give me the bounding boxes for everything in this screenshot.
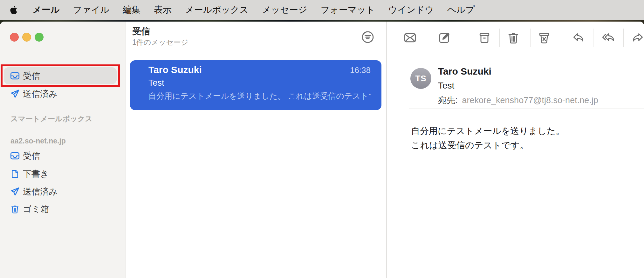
trash-icon	[10, 204, 20, 215]
sidebar-item-label: 受信	[23, 70, 40, 82]
sidebar-item-label: 下書き	[23, 168, 49, 180]
sidebar-item-inbox-favorite[interactable]: 受信	[0, 67, 126, 84]
trash-icon	[506, 31, 520, 45]
menu-bar: メール ファイル 編集 表示 メールボックス メッセージ フォーマット ウインド…	[0, 0, 644, 20]
message-sender: Taro Suzuki	[148, 64, 202, 75]
reply-all-button[interactable]	[601, 31, 615, 45]
reply-icon	[572, 31, 586, 45]
message-preview: 自分用にテストメールを送りました。 これは送受信のテストです。	[148, 91, 371, 101]
message-view-pane: TS Taro Suzuki Test 宛先:arekore_kensho77@…	[388, 22, 644, 278]
sidebar-item-label: ゴミ箱	[23, 203, 49, 215]
apple-menu[interactable]	[10, 4, 19, 16]
get-mail-button[interactable]	[403, 31, 417, 45]
sidebar-item-sent-favorite[interactable]: 送信済み	[0, 85, 126, 103]
menu-item-help[interactable]: ヘルプ	[447, 4, 475, 16]
sidebar-item-sent-account[interactable]: 送信済み	[0, 183, 126, 200]
to-label: 宛先:	[438, 96, 458, 105]
archive-icon	[477, 31, 491, 45]
archive-button[interactable]	[477, 31, 491, 45]
apple-logo-icon	[10, 5, 18, 15]
toolbar-separator	[530, 29, 531, 47]
sidebar-item-label: 受信	[23, 150, 40, 162]
sidebar-item-label: 送信済み	[23, 186, 58, 197]
message-count: 1件のメッセージ	[132, 37, 188, 47]
menu-item-message[interactable]: メッセージ	[262, 4, 307, 16]
message-list-item[interactable]: Taro Suzuki 16:38 Test 自分用にテストメールを送りました。…	[130, 60, 381, 110]
reply-all-icon	[601, 31, 615, 45]
account-section-label: aa2.so-net.ne.jp	[10, 137, 66, 145]
header-divider	[409, 109, 644, 109]
sidebar-item-trash[interactable]: ゴミ箱	[0, 201, 126, 218]
menu-item-mailbox[interactable]: メールボックス	[185, 4, 249, 16]
recipient-address[interactable]: arekore_kensho77@tj8.so-net.ne.jp	[462, 96, 598, 105]
delete-button[interactable]	[506, 31, 520, 45]
menu-item-file[interactable]: ファイル	[73, 4, 109, 16]
view-to-line: 宛先:arekore_kensho77@tj8.so-net.ne.jp	[438, 95, 598, 106]
get-mail-icon	[403, 31, 417, 45]
close-window-button[interactable]	[10, 33, 19, 42]
body-line: 自分用にテストメールを送りました。	[411, 124, 565, 138]
menu-item-format[interactable]: フォーマット	[321, 4, 375, 16]
inbox-icon	[10, 150, 20, 161]
mailbox-title: 受信	[132, 25, 150, 37]
junk-icon	[537, 31, 551, 45]
view-sender-name: Taro Suzuki	[438, 66, 491, 77]
sidebar-item-label: 送信済み	[23, 88, 58, 100]
zoom-window-button[interactable]	[35, 33, 44, 42]
draft-document-icon	[10, 169, 20, 179]
view-subject: Test	[438, 81, 454, 91]
sender-avatar: TS	[410, 68, 431, 89]
sidebar-item-inbox-account[interactable]: 受信	[0, 147, 126, 164]
smart-mailboxes-section-label: スマートメールボックス	[10, 114, 92, 124]
menu-item-view[interactable]: 表示	[154, 4, 172, 16]
toolbar-separator	[593, 29, 593, 47]
menu-item-edit[interactable]: 編集	[123, 4, 140, 16]
sidebar-item-drafts[interactable]: 下書き	[0, 165, 126, 182]
junk-button[interactable]	[537, 31, 551, 45]
inbox-icon	[10, 70, 20, 81]
message-subject: Test	[148, 78, 371, 88]
forward-button[interactable]	[631, 31, 644, 45]
menu-item-window[interactable]: ウインドウ	[388, 4, 434, 16]
toolbar-separator	[499, 29, 500, 47]
message-list-column: 受信 1件のメッセージ Taro Suzuki 16:38 Test 自分用にテ…	[126, 22, 387, 278]
menu-item-mail[interactable]: メール	[32, 4, 59, 16]
toolbar-separator	[623, 29, 624, 47]
filter-icon	[361, 30, 375, 44]
body-line: これは送受信のテストです。	[411, 138, 565, 152]
forward-icon	[631, 31, 644, 45]
message-time: 16:38	[350, 65, 371, 75]
compose-icon	[437, 31, 451, 45]
minimize-window-button[interactable]	[22, 33, 31, 42]
paper-plane-icon	[10, 186, 20, 197]
sidebar: よく使う項目 受信 送信済み スマートメールボックス aa2.so-net.	[0, 22, 126, 278]
message-body: 自分用にテストメールを送りました。 これは送受信のテストです。	[411, 124, 565, 152]
reply-button[interactable]	[572, 31, 586, 45]
mail-window: よく使う項目 受信 送信済み スマートメールボックス aa2.so-net.	[0, 22, 644, 278]
filter-button[interactable]	[361, 30, 375, 44]
paper-plane-icon	[10, 89, 20, 99]
compose-button[interactable]	[437, 31, 451, 45]
